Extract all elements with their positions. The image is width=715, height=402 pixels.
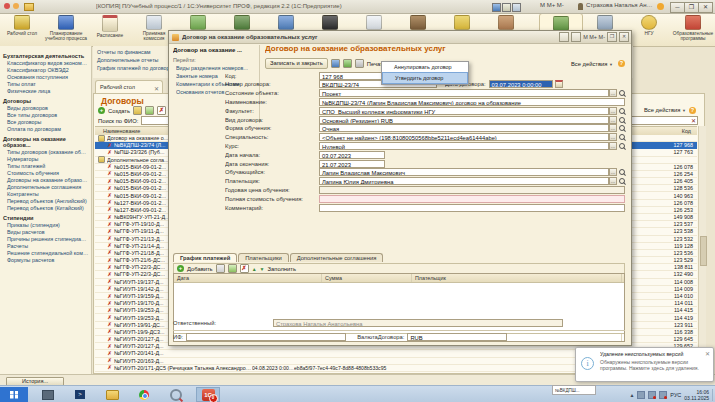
ellipsis-button[interactable]: ...	[609, 116, 617, 124]
sidebar-item[interactable]: Стоимость обучения	[0, 170, 91, 177]
tab-desktop[interactable]: Рабочий стол ✕	[95, 80, 163, 93]
edit-icon[interactable]	[145, 106, 154, 115]
language-indicator[interactable]: РУС	[670, 392, 681, 398]
dialog-restore-icon[interactable]: ❐	[607, 32, 617, 42]
currency-field[interactable]: RUB	[407, 333, 507, 341]
minimize-button[interactable]: ─	[670, 2, 685, 13]
sidebar-item[interactable]: Физические лица	[0, 88, 91, 95]
subsystem-item-0[interactable]: Рабочий стол	[0, 13, 44, 46]
printer-icon[interactable]	[355, 59, 364, 68]
subsystem-item-15[interactable]: Образовательные программы	[671, 13, 715, 46]
sidebar-item[interactable]: Виды договоров	[0, 105, 91, 112]
tab-0[interactable]: График платежей	[173, 253, 237, 262]
sidebar-item[interactable]: Расчеты	[0, 243, 91, 250]
required-field[interactable]	[319, 195, 625, 203]
dialog-help-icon[interactable]: ?	[618, 60, 625, 67]
save-icon[interactable]	[331, 59, 340, 68]
restore-button[interactable]: ❐	[684, 2, 699, 13]
date-field[interactable]: 21.07.2023	[319, 160, 385, 168]
calendar-button-icon[interactable]	[555, 80, 563, 88]
tab-2[interactable]: Дополнительные соглашения	[290, 253, 384, 262]
magnifier-icon[interactable]	[619, 108, 625, 114]
sidebar-item[interactable]: Типы оплат	[0, 81, 91, 88]
chrome-taskbar-icon[interactable]	[132, 387, 156, 402]
sidebar-item[interactable]: Дополнительные соглашения	[0, 184, 91, 191]
move-down-icon[interactable]: ▼	[260, 266, 265, 272]
start-button[interactable]	[0, 387, 28, 402]
sidebar-item[interactable]: Формулы расчетов	[0, 257, 91, 264]
list-help-icon[interactable]: ?	[689, 107, 696, 114]
notification-popup[interactable]: i Удаление неиспользуемых версий Обнаруж…	[575, 347, 714, 382]
add-group-icon[interactable]	[133, 106, 142, 115]
list-scrollbar[interactable]	[698, 126, 706, 373]
dialog-memory-buttons[interactable]: М М+ М-	[583, 34, 605, 40]
column-name[interactable]: Наименование	[103, 128, 140, 134]
field-value[interactable]: Лапин Владислав Максимович	[319, 168, 609, 176]
move-up-icon[interactable]: ▲	[252, 266, 257, 272]
dialog-calendar-icon[interactable]	[559, 32, 569, 42]
calculator-quick-icon[interactable]	[512, 3, 521, 12]
create-button[interactable]: Создать	[108, 108, 130, 114]
sidebar-item[interactable]: Приказы (стипендия)	[0, 222, 91, 229]
edit-row-icon[interactable]	[228, 264, 237, 273]
explorer-taskbar-icon[interactable]	[100, 387, 124, 402]
contract-date-field[interactable]: 03.07.2023 0:00:00	[489, 80, 553, 88]
help-icon[interactable]	[657, 3, 664, 10]
responsible-field[interactable]: Страхова Наталья Анатольевна	[273, 319, 563, 327]
sidebar-item[interactable]: Типы платежей	[0, 163, 91, 170]
current-user[interactable]: Страхова Наталья Анатольев..	[586, 2, 654, 8]
delete-row-icon[interactable]: ✗	[240, 264, 249, 273]
subsystem-item-14[interactable]: НГУ	[627, 13, 671, 46]
calculator-memory-buttons[interactable]: М М+ М-	[540, 2, 564, 8]
add-button[interactable]: Добавить	[187, 266, 213, 272]
ellipsis-button[interactable]: ...	[609, 142, 617, 150]
dialog-titlebar[interactable]: Договор на оказание образовательных услу…	[169, 31, 631, 44]
sidebar-item[interactable]: Перевод объектов (Английский)	[0, 198, 91, 205]
fill-button[interactable]: Заполнить	[268, 266, 296, 272]
sidebar-item[interactable]: Все договоры	[0, 119, 91, 126]
sidebar-item[interactable]: Решение стипендиальной комиссии	[0, 250, 91, 257]
open-folder-icon[interactable]	[24, 3, 34, 11]
sidebar-item[interactable]: Перевод объектов (Китайский)	[0, 205, 91, 212]
sidebar-item[interactable]: Причины решения стипендиальной ком...	[0, 236, 91, 243]
date-field[interactable]: 03.07.2023	[319, 151, 385, 159]
calendar-quick-icon[interactable]	[502, 3, 511, 12]
onec-taskbar-icon[interactable]: 1С0	[196, 387, 220, 402]
field-value[interactable]: №ВКДПШ-23/74 (Лапин Владислав Максимович…	[319, 98, 625, 106]
sidebar-item[interactable]: Договоры на оказание образовательн...	[0, 177, 91, 184]
magnifier-icon[interactable]	[619, 143, 625, 149]
post-icon[interactable]	[343, 59, 352, 68]
close-button[interactable]: ✕	[698, 2, 713, 13]
column-code[interactable]: Код	[682, 128, 691, 134]
table-column-2[interactable]: Плательщик	[412, 274, 622, 282]
sidebar-item[interactable]: Типы договоров (оказание обр. услуг)	[0, 149, 91, 156]
ellipsis-button[interactable]: ...	[609, 124, 617, 132]
tab-1[interactable]: Плательщики	[238, 253, 288, 262]
table-column-0[interactable]: Дата	[174, 274, 322, 282]
copy-row-icon[interactable]	[216, 264, 225, 273]
magnifier-icon[interactable]	[619, 169, 625, 175]
tray-icon-1[interactable]	[637, 391, 645, 399]
show-desktop-button[interactable]	[712, 389, 713, 401]
field-value[interactable]: Лапина Юлия Дмитриевна	[319, 177, 609, 185]
notification-body[interactable]: Обнаружены неиспользуемые версии програм…	[600, 359, 702, 371]
field-value[interactable]: Нулевой	[319, 142, 609, 150]
magnifier-icon[interactable]	[619, 117, 625, 123]
list-all-actions-button[interactable]: Все действия ▼	[644, 107, 686, 113]
ellipsis-button[interactable]: ...	[609, 177, 617, 185]
sidebar-item[interactable]: Оплата по договорам	[0, 126, 91, 133]
subsystem-item-2[interactable]: Расписание	[88, 13, 132, 46]
dialog-calculator-icon[interactable]	[571, 32, 581, 42]
clock[interactable]: 16:06 03.11.2025	[684, 389, 709, 401]
magnifier-icon[interactable]	[619, 90, 625, 96]
delete-icon[interactable]: ✗	[157, 106, 166, 115]
sidebar-item[interactable]: Контрагенты	[0, 191, 91, 198]
magnifier-icon[interactable]	[619, 178, 625, 184]
rdp-taskbar-icon[interactable]	[36, 387, 60, 402]
field-value[interactable]: Очная	[319, 124, 609, 132]
sidebar-item[interactable]: Классификатор ОКВЭД2	[0, 67, 91, 74]
magnifier-icon[interactable]	[619, 125, 625, 131]
notification-close-icon[interactable]: ✕	[705, 350, 710, 357]
app-menu-icon[interactable]	[4, 3, 10, 9]
payment-schedule-table[interactable]: ДатаСуммаПлательщик	[173, 273, 625, 342]
